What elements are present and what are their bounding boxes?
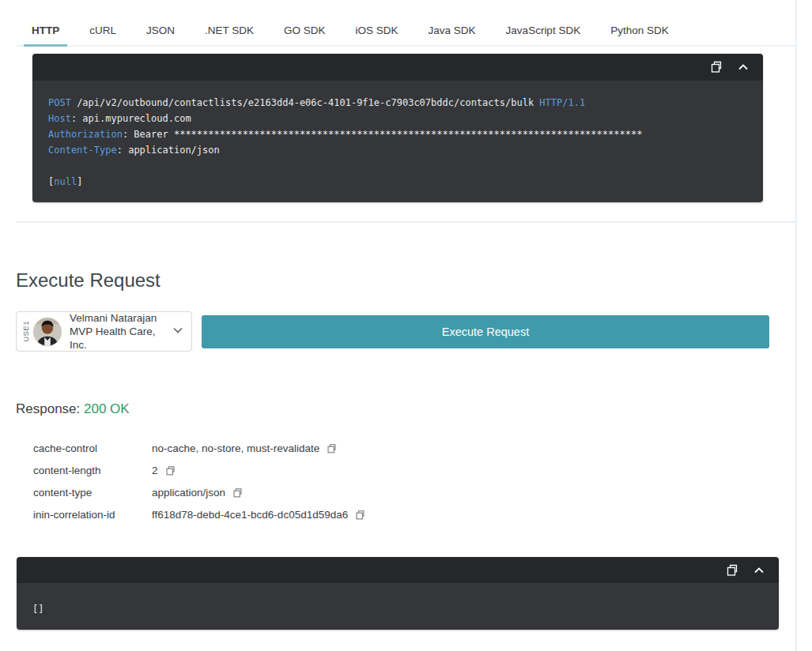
header-value: application/json bbox=[152, 487, 225, 499]
code-line: [null] bbox=[48, 174, 747, 190]
code-text: : application/json bbox=[117, 145, 220, 156]
copy-icon[interactable] bbox=[327, 443, 337, 454]
chevron-down-icon bbox=[172, 325, 183, 339]
page-right-border bbox=[795, 0, 797, 651]
header-name: content-type bbox=[33, 487, 152, 499]
tab-go-sdk[interactable]: GO SDK bbox=[276, 17, 334, 47]
tab-bar: HTTPcURLJSON.NET SDKGO SDKiOS SDKJava SD… bbox=[16, 17, 795, 47]
copy-icon[interactable] bbox=[709, 60, 723, 74]
code-text: [] bbox=[32, 604, 43, 615]
tab-java-sdk[interactable]: Java SDK bbox=[421, 17, 484, 47]
header-name: inin-correlation-id bbox=[33, 509, 152, 521]
header-row: content-typeapplication/json bbox=[33, 481, 365, 503]
code-keyword: Authorization bbox=[48, 129, 123, 140]
tab-javascript-sdk[interactable]: JavaScript SDK bbox=[498, 17, 589, 47]
copy-icon[interactable] bbox=[165, 465, 176, 476]
request-code-block: POST /api/v2/outbound/contactlists/e2163… bbox=[32, 54, 763, 202]
code-keyword: Host bbox=[48, 113, 71, 124]
tab-curl[interactable]: cURL bbox=[81, 17, 124, 47]
tab--net-sdk[interactable]: .NET SDK bbox=[197, 17, 262, 47]
user-info: Velmani Natarajan MVP Health Care, Inc. bbox=[70, 311, 172, 352]
request-code-header bbox=[32, 54, 763, 81]
code-keyword: null bbox=[54, 176, 77, 187]
code-text: ] bbox=[77, 176, 82, 187]
copy-icon[interactable] bbox=[725, 563, 739, 578]
header-value: 2 bbox=[152, 465, 158, 476]
code-text: /api/v2/outbound/contactlists/e2163dd4-e… bbox=[71, 97, 539, 108]
page: { "tabs": { "items": [ {"label": "HTTP",… bbox=[0, 0, 812, 651]
section-divider bbox=[16, 221, 795, 223]
header-value: ff618d78-debd-4ce1-bcd6-dc05d1d59da6 bbox=[152, 509, 348, 521]
code-keyword: HTTP/1.1 bbox=[539, 97, 585, 108]
tab-json[interactable]: JSON bbox=[138, 17, 183, 47]
code-line: Host: api.mypurecloud.com bbox=[48, 111, 747, 126]
copy-icon[interactable] bbox=[232, 487, 243, 499]
status-badge: 200 OK bbox=[84, 401, 130, 416]
page-title: Execute Request bbox=[16, 269, 161, 292]
code-text: : Bearer *******************************… bbox=[123, 129, 642, 140]
tab-python-sdk[interactable]: Python SDK bbox=[602, 17, 677, 47]
response-code-block: [] bbox=[17, 557, 779, 630]
header-row: inin-correlation-idff618d78-debd-4ce1-bc… bbox=[33, 503, 365, 525]
response-label: Response: bbox=[16, 401, 84, 416]
copy-icon[interactable] bbox=[355, 510, 365, 521]
header-row: content-length2 bbox=[33, 459, 365, 481]
code-line: [] bbox=[32, 601, 763, 617]
code-line: Authorization: Bearer ******************… bbox=[48, 126, 747, 142]
tab-ios-sdk[interactable]: iOS SDK bbox=[348, 17, 406, 47]
user-name: Velmani Natarajan bbox=[70, 311, 172, 325]
user-select-dropdown[interactable]: USE1 Velmani Natarajan MVP Health Care, … bbox=[16, 311, 192, 352]
response-headers: cache-controlno-cache, no-store, must-re… bbox=[33, 437, 365, 525]
chevron-up-icon[interactable] bbox=[752, 563, 766, 578]
code-keyword: Content-Type bbox=[48, 145, 117, 156]
region-label: USE1 bbox=[21, 321, 30, 342]
code-line: Content-Type: application/json bbox=[48, 142, 747, 158]
response-code-body: [] bbox=[17, 583, 779, 630]
header-name: cache-control bbox=[33, 442, 152, 454]
response-status-line: Response: 200 OK bbox=[16, 401, 130, 417]
chevron-up-icon[interactable] bbox=[736, 60, 750, 74]
request-code-body: POST /api/v2/outbound/contactlists/e2163… bbox=[32, 81, 763, 202]
header-value: no-cache, no-store, must-revalidate bbox=[152, 442, 319, 454]
tab-http[interactable]: HTTP bbox=[24, 17, 67, 47]
response-code-header bbox=[17, 557, 779, 583]
execute-request-button[interactable]: Execute Request bbox=[202, 315, 769, 348]
user-org: MVP Health Care, Inc. bbox=[70, 325, 172, 352]
header-name: content-length bbox=[33, 465, 152, 476]
code-line: POST /api/v2/outbound/contactlists/e2163… bbox=[48, 95, 747, 111]
header-row: cache-controlno-cache, no-store, must-re… bbox=[33, 437, 365, 459]
code-keyword: POST bbox=[48, 97, 71, 108]
avatar bbox=[32, 317, 62, 347]
code-text: : api.mypurecloud.com bbox=[71, 113, 191, 124]
code-line bbox=[48, 158, 747, 174]
